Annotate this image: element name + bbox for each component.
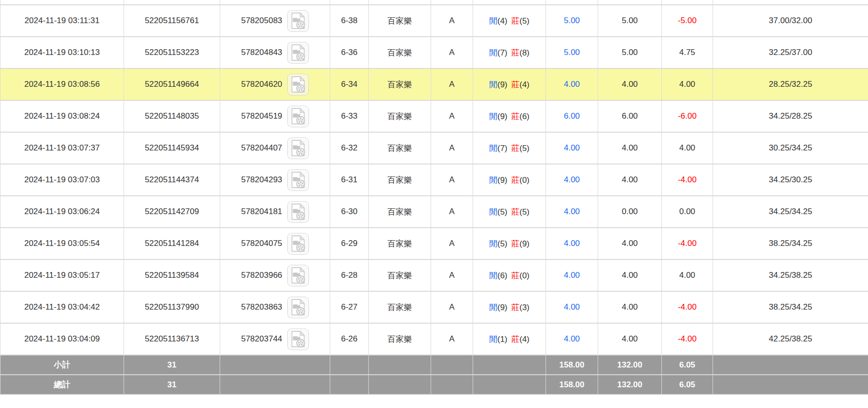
valid-bet-cell: 4.00 xyxy=(598,259,662,291)
empty-cell xyxy=(713,355,868,375)
round-cell-content: 578203863 xyxy=(222,297,328,318)
round-cell: 578204181 xyxy=(220,196,330,228)
table-cell: A xyxy=(431,196,473,228)
video-replay-button[interactable] xyxy=(287,42,309,64)
balance-cell: 38.25/34.25 xyxy=(713,291,868,323)
bet-id-cell: 522051141284 xyxy=(124,228,220,259)
round-no-cell: 6-29 xyxy=(330,228,369,259)
balance-value: 34.25/28.25 xyxy=(769,111,812,121)
video-replay-button[interactable] xyxy=(287,169,309,191)
summary-valid-cell: 132.00 xyxy=(598,355,662,375)
bet-amount-link[interactable]: 4.00 xyxy=(564,80,580,89)
bet-id: 522051149664 xyxy=(145,80,199,89)
bet-amount-link[interactable]: 6.00 xyxy=(564,111,580,121)
bet-amount-link[interactable]: 4.00 xyxy=(564,334,580,343)
round-id: 578203863 xyxy=(241,302,282,312)
round-cell-content: 578204075 xyxy=(222,233,328,255)
empty-cell xyxy=(124,0,220,5)
empty-cell xyxy=(220,375,330,394)
game-cell: 百家樂 xyxy=(369,68,431,100)
summary-valid-total: 132.00 xyxy=(617,380,643,389)
bet-amount-link[interactable]: 4.00 xyxy=(564,207,580,216)
valid-bet-cell: 0.00 xyxy=(598,196,662,228)
win-loss-cell: -4.00 xyxy=(662,228,713,259)
banker-score: (9) xyxy=(519,239,530,248)
summary-label: 小計 xyxy=(54,360,70,369)
banker-score: (0) xyxy=(519,176,530,185)
banker-score: (5) xyxy=(519,207,530,217)
bet-amount-link[interactable]: 5.00 xyxy=(564,16,580,25)
round-no: 6-28 xyxy=(341,271,357,280)
valid-bet-cell: 5.00 xyxy=(598,5,662,37)
time-cell: 2024-11-19 03:06:24 xyxy=(0,196,124,228)
banker-score: (4) xyxy=(519,335,530,344)
bet-time: 2024-11-19 03:04:42 xyxy=(24,302,100,312)
video-replay-button[interactable] xyxy=(287,201,309,223)
bet-id-cell: 522051142709 xyxy=(124,196,220,228)
table-cell: A xyxy=(431,291,473,323)
bet-amount-link[interactable]: 5.00 xyxy=(564,48,580,57)
balance-cell: 34.25/28.25 xyxy=(713,100,868,132)
banker-label: 莊 xyxy=(511,144,519,153)
video-replay-button[interactable] xyxy=(287,10,309,32)
balance-value: 32.25/37.00 xyxy=(769,48,812,57)
game-cell: 百家樂 xyxy=(369,228,431,259)
valid-bet-value: 4.00 xyxy=(622,175,638,184)
bet-amount-link[interactable]: 4.00 xyxy=(564,175,580,184)
video-replay-button[interactable] xyxy=(287,106,309,127)
summary-bet-total: 158.00 xyxy=(560,360,585,369)
win-loss-cell: -4.00 xyxy=(662,323,713,355)
bet-id-cell: 522051144374 xyxy=(124,164,220,196)
bet-amount-link[interactable]: 4.00 xyxy=(564,143,580,152)
game-cell: 百家樂 xyxy=(369,259,431,291)
round-cell: 578204075 xyxy=(220,228,330,259)
summary-count: 31 xyxy=(168,360,177,369)
round-no: 6-34 xyxy=(341,80,357,89)
table-cell: A xyxy=(431,323,473,355)
player-label: 閒 xyxy=(489,239,497,248)
balance-cell: 28.25/32.25 xyxy=(713,68,868,100)
table-letter: A xyxy=(449,16,454,25)
time-cell: 2024-11-19 03:05:54 xyxy=(0,228,124,259)
summary-bet-total: 158.00 xyxy=(560,380,585,389)
player-score: (5) xyxy=(497,239,507,248)
round-cell-content: 578204293 xyxy=(222,169,328,191)
bet-amount-link[interactable]: 4.00 xyxy=(564,239,580,248)
game-cell: 百家樂 xyxy=(369,37,431,68)
time-cell: 2024-11-19 03:07:03 xyxy=(0,164,124,196)
bet-id: 522051141284 xyxy=(145,239,199,248)
game-cell: 百家樂 xyxy=(369,5,431,37)
video-replay-button[interactable] xyxy=(287,137,309,159)
round-no: 6-38 xyxy=(341,16,357,25)
round-cell-content: 578204407 xyxy=(222,137,328,159)
summary-count: 31 xyxy=(168,380,177,389)
video-replay-button[interactable] xyxy=(287,233,309,255)
game-name: 百家樂 xyxy=(388,303,412,312)
video-replay-button[interactable] xyxy=(287,328,309,350)
result-cell: 閒(5)莊(9) xyxy=(473,228,546,259)
table-letter: A xyxy=(449,207,454,216)
empty-cell xyxy=(598,0,662,5)
round-cell: 578204407 xyxy=(220,132,330,164)
empty-cell xyxy=(369,355,431,375)
bet-amount-link[interactable]: 4.00 xyxy=(564,271,580,280)
video-replay-button[interactable] xyxy=(287,74,309,95)
round-cell-content: 578203744 xyxy=(222,328,328,350)
video-file-icon xyxy=(290,330,306,348)
round-cell: 578203863 xyxy=(220,291,330,323)
player-score: (9) xyxy=(497,176,507,185)
banker-label: 莊 xyxy=(511,335,519,344)
game-cell: 百家樂 xyxy=(369,100,431,132)
video-file-icon xyxy=(290,76,306,93)
empty-cell xyxy=(713,375,868,394)
bet-amount-link[interactable]: 4.00 xyxy=(564,302,580,312)
video-replay-button[interactable] xyxy=(287,297,309,318)
bet-id: 522051137990 xyxy=(145,302,199,312)
win-loss-value: -4.00 xyxy=(678,302,697,312)
video-replay-button[interactable] xyxy=(287,265,309,286)
valid-bet-cell: 4.00 xyxy=(598,291,662,323)
round-id: 578205083 xyxy=(241,16,282,26)
win-loss-value: 4.00 xyxy=(679,80,695,89)
balance-cell: 34.25/30.25 xyxy=(713,164,868,196)
banker-label: 莊 xyxy=(511,176,519,185)
